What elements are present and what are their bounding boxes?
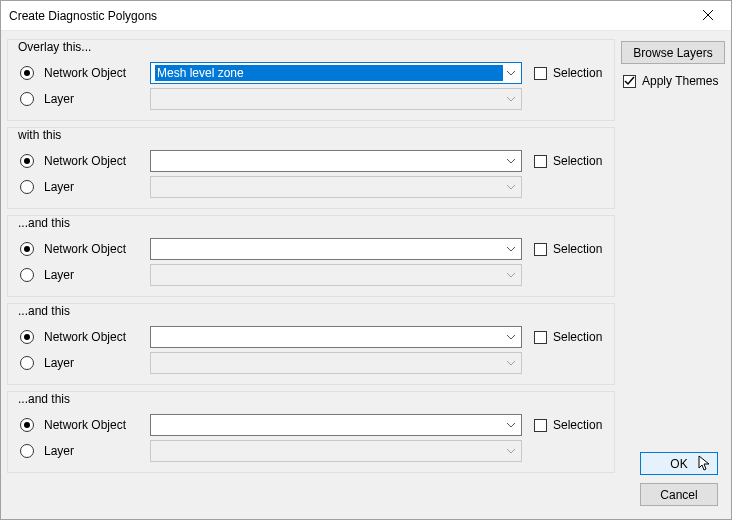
group-legend: with this — [16, 128, 63, 142]
chevron-down-icon — [503, 360, 519, 366]
radio-network-object-label: Network Object — [44, 242, 126, 256]
apply-themes-wrap[interactable]: Apply Themes — [621, 74, 725, 88]
row-network-object: Network Object Selection — [16, 324, 606, 350]
check-selection-wrap[interactable]: Selection — [530, 154, 606, 168]
side-column: Browse Layers Apply Themes — [621, 39, 725, 511]
row-network-object: Network Object Selection — [16, 412, 606, 438]
cancel-button[interactable]: Cancel — [640, 483, 718, 506]
combo-network-object[interactable] — [150, 238, 522, 260]
row-network-object: Network Object Selection — [16, 236, 606, 262]
row-layer: Layer — [16, 86, 606, 112]
radio-network-object[interactable] — [20, 418, 34, 432]
chevron-down-icon — [503, 448, 519, 454]
radio-network-object-wrap[interactable]: Network Object — [16, 66, 142, 80]
radio-network-object-wrap[interactable]: Network Object — [16, 154, 142, 168]
combo-layer — [150, 352, 522, 374]
apply-themes-label: Apply Themes — [642, 74, 718, 88]
radio-network-object-label: Network Object — [44, 418, 126, 432]
check-apply-themes[interactable] — [623, 75, 636, 88]
group-legend: Overlay this... — [16, 40, 93, 54]
window-title: Create Diagnostic Polygons — [9, 9, 157, 23]
combo-network-object[interactable] — [150, 414, 522, 436]
radio-layer-wrap[interactable]: Layer — [16, 92, 142, 106]
radio-network-object-wrap[interactable]: Network Object — [16, 242, 142, 256]
check-selection-wrap[interactable]: Selection — [530, 242, 606, 256]
radio-layer[interactable] — [20, 268, 34, 282]
chevron-down-icon — [503, 158, 519, 164]
check-selection[interactable] — [534, 331, 547, 344]
chevron-down-icon — [503, 96, 519, 102]
chevron-down-icon — [503, 246, 519, 252]
combo-layer — [150, 176, 522, 198]
radio-network-object-wrap[interactable]: Network Object — [16, 330, 142, 344]
radio-network-object-label: Network Object — [44, 66, 126, 80]
radio-layer[interactable] — [20, 92, 34, 106]
combo-layer — [150, 264, 522, 286]
dialog-window: Create Diagnostic Polygons Overlay this.… — [0, 0, 732, 520]
radio-network-object-label: Network Object — [44, 330, 126, 344]
check-selection-wrap[interactable]: Selection — [530, 418, 606, 432]
row-layer: Layer — [16, 350, 606, 376]
group-with-this: with this Network Object Selection — [7, 127, 615, 209]
title-bar: Create Diagnostic Polygons — [1, 1, 731, 31]
check-selection[interactable] — [534, 243, 547, 256]
action-buttons: OK Cancel — [640, 452, 718, 506]
close-button[interactable] — [685, 1, 731, 31]
radio-layer-label: Layer — [44, 356, 74, 370]
radio-network-object[interactable] — [20, 66, 34, 80]
group-and-this-3: ...and this Network Object Selection — [7, 391, 615, 473]
group-overlay-this: Overlay this... Network Object Mesh leve… — [7, 39, 615, 121]
combo-network-object-value: Mesh level zone — [155, 65, 503, 81]
radio-layer[interactable] — [20, 356, 34, 370]
check-selection-label: Selection — [553, 154, 602, 168]
check-selection[interactable] — [534, 155, 547, 168]
radio-network-object[interactable] — [20, 154, 34, 168]
radio-network-object[interactable] — [20, 242, 34, 256]
chevron-down-icon — [503, 184, 519, 190]
row-network-object: Network Object Mesh level zone Selection — [16, 60, 606, 86]
check-selection-wrap[interactable]: Selection — [530, 66, 606, 80]
radio-layer-wrap[interactable]: Layer — [16, 180, 142, 194]
radio-layer-label: Layer — [44, 444, 74, 458]
radio-layer-label: Layer — [44, 268, 74, 282]
row-network-object: Network Object Selection — [16, 148, 606, 174]
main-column: Overlay this... Network Object Mesh leve… — [7, 39, 615, 511]
close-icon — [703, 9, 713, 23]
group-and-this-1: ...and this Network Object Selection — [7, 215, 615, 297]
radio-network-object[interactable] — [20, 330, 34, 344]
check-selection-label: Selection — [553, 242, 602, 256]
check-selection[interactable] — [534, 67, 547, 80]
combo-network-object[interactable] — [150, 326, 522, 348]
radio-layer-wrap[interactable]: Layer — [16, 268, 142, 282]
radio-layer-wrap[interactable]: Layer — [16, 444, 142, 458]
chevron-down-icon — [503, 422, 519, 428]
group-legend: ...and this — [16, 392, 72, 406]
chevron-down-icon — [503, 334, 519, 340]
radio-layer-label: Layer — [44, 92, 74, 106]
group-legend: ...and this — [16, 216, 72, 230]
radio-layer[interactable] — [20, 444, 34, 458]
group-legend: ...and this — [16, 304, 72, 318]
radio-network-object-label: Network Object — [44, 154, 126, 168]
radio-layer-label: Layer — [44, 180, 74, 194]
check-selection-label: Selection — [553, 330, 602, 344]
browse-layers-button[interactable]: Browse Layers — [621, 41, 725, 64]
radio-layer[interactable] — [20, 180, 34, 194]
content-area: Overlay this... Network Object Mesh leve… — [1, 31, 731, 519]
combo-layer — [150, 88, 522, 110]
combo-layer — [150, 440, 522, 462]
row-layer: Layer — [16, 438, 606, 464]
combo-network-object[interactable] — [150, 150, 522, 172]
check-selection-label: Selection — [553, 418, 602, 432]
chevron-down-icon — [503, 272, 519, 278]
chevron-down-icon — [503, 70, 519, 76]
combo-network-object[interactable]: Mesh level zone — [150, 62, 522, 84]
ok-button[interactable]: OK — [640, 452, 718, 475]
row-layer: Layer — [16, 262, 606, 288]
check-selection-wrap[interactable]: Selection — [530, 330, 606, 344]
radio-layer-wrap[interactable]: Layer — [16, 356, 142, 370]
group-and-this-2: ...and this Network Object Selection — [7, 303, 615, 385]
row-layer: Layer — [16, 174, 606, 200]
radio-network-object-wrap[interactable]: Network Object — [16, 418, 142, 432]
check-selection[interactable] — [534, 419, 547, 432]
